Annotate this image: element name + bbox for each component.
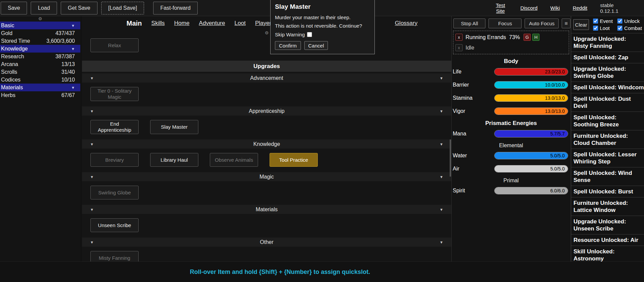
collapse-icon[interactable]: ▼ — [90, 240, 94, 244]
stat-value: 5.7/5.7 — [550, 131, 565, 136]
auto-focus-button[interactable]: Auto Focus — [525, 19, 559, 28]
tab-player[interactable]: Player — [255, 20, 271, 27]
tab-glossary[interactable]: Glossary — [395, 20, 417, 27]
log-entry: Spell Unlocked: Soothing Breeze — [571, 112, 644, 130]
misty-fanning-button[interactable]: Misty Fanning — [90, 251, 139, 261]
section-header-knowledge[interactable]: ▼ Knowledge ▼ — [82, 139, 451, 149]
filter-label: Unlock — [624, 18, 640, 24]
collapse-icon[interactable]: ▼ — [90, 208, 94, 212]
tab-adventure[interactable]: Adventure — [199, 20, 225, 27]
save-button[interactable]: Save — [1, 2, 27, 14]
resource-group-basic[interactable]: Basic ▼ — [0, 22, 80, 29]
filter-unlock[interactable]: Unlock — [617, 18, 642, 24]
relax-button[interactable]: Relax — [90, 38, 139, 52]
event-checkbox[interactable] — [593, 19, 598, 24]
vigor-bar: 13.0/13.0 — [494, 107, 568, 115]
end-apprenticeship-button[interactable]: End Apprenticeship — [90, 120, 139, 134]
skip-warning-checkbox[interactable] — [307, 32, 312, 37]
section-header-advancement[interactable]: ▼ Advancement ▼ — [82, 73, 451, 83]
resource-sidebar: ⚙ Basic ▼ Gold 437/437 Stored Time 3,600… — [0, 16, 80, 261]
badge-g[interactable]: G — [524, 34, 531, 41]
tier-0-solitary-magic-button[interactable]: Tier 0 - Solitary Magic — [90, 87, 139, 101]
discord-link[interactable]: Discord — [520, 5, 537, 11]
unseen-scribe-button[interactable]: Unseen Scribe — [90, 218, 139, 232]
gear-icon[interactable]: ⚙ — [82, 30, 451, 36]
log-entries: Upgrade Unlocked: Misty Fanning Spell Un… — [571, 33, 644, 261]
fast-forward-button[interactable]: Fast-forward — [153, 2, 198, 14]
clear-log-button[interactable]: Clear — [573, 19, 589, 30]
log-entry: Spell Unlocked: Zap — [571, 52, 644, 63]
menu-icon[interactable]: ≡ — [562, 19, 570, 28]
resource-value: 10/10 — [61, 77, 75, 83]
section-label: Knowledge — [82, 141, 451, 147]
stat-value: 5.0/5.0 — [550, 166, 565, 171]
observe-animals-button[interactable]: Observe Animals — [210, 153, 258, 167]
action-progress: 73% — [509, 34, 520, 40]
resource-group-materials[interactable]: Materials ▼ — [0, 84, 80, 91]
loot-checkbox[interactable] — [593, 26, 598, 31]
wiki-link[interactable]: Wiki — [550, 5, 560, 11]
resource-name: Herbs — [1, 92, 16, 98]
library-haul-button[interactable]: Library Haul — [150, 153, 198, 167]
section-header-apprenticeship[interactable]: ▼ Apprenticeship ▼ — [82, 106, 451, 116]
combat-checkbox[interactable] — [617, 26, 622, 31]
tab-skills[interactable]: Skills — [151, 20, 165, 27]
stat-value: 13.0/13.0 — [545, 95, 565, 101]
stop-all-button[interactable]: Stop All — [453, 19, 485, 28]
stat-label: Air — [453, 166, 459, 172]
filter-label: Combat — [624, 25, 642, 31]
tab-bar: Main Skills Home Adventure Loot Player G… — [82, 16, 451, 30]
collapse-icon[interactable]: ▼ — [90, 109, 94, 113]
section-header-other[interactable]: ▼ Other ▼ — [82, 238, 451, 247]
tab-home[interactable]: Home — [174, 20, 189, 27]
load-button[interactable]: Load — [31, 2, 57, 14]
swirling-globe-button[interactable]: Swirling Globe — [90, 186, 139, 199]
filter-event[interactable]: Event — [593, 18, 613, 24]
tab-main[interactable]: Main — [127, 20, 142, 27]
stat-label: Life — [453, 69, 461, 75]
action-queue: x Running Errands 73% G H x Idle — [453, 31, 569, 54]
cancel-action-button[interactable]: x — [455, 44, 463, 51]
collapse-icon[interactable]: ▼ — [440, 109, 443, 113]
load-save-button[interactable]: [Load Save] — [101, 2, 144, 14]
collapse-icon[interactable]: ▼ — [440, 142, 443, 146]
resource-group-knowledge[interactable]: Knowledge ▼ — [0, 45, 80, 53]
badge-h[interactable]: H — [532, 34, 539, 41]
stat-label: Stamina — [453, 95, 473, 101]
tab-loot[interactable]: Loot — [234, 20, 246, 27]
gear-icon[interactable]: ⚙ — [0, 16, 80, 22]
collapse-icon[interactable]: ▼ — [440, 76, 443, 80]
stat-label: Water — [453, 153, 467, 159]
hint-bar: Roll-over Item and hold {Shift} + {Numbe… — [0, 261, 644, 282]
collapse-icon[interactable]: ▼ — [90, 175, 94, 179]
breviary-button[interactable]: Breviary — [90, 153, 139, 167]
resource-name: Codices — [1, 77, 21, 83]
resource-name: Stored Time — [1, 38, 30, 44]
get-save-button[interactable]: Get Save — [61, 2, 97, 14]
filter-loot[interactable]: Loot — [593, 25, 613, 31]
resource-row-stored-time: Stored Time 3,600/3,600 — [0, 37, 80, 45]
scrollbar-thumb[interactable] — [450, 139, 451, 177]
section-header-materials[interactable]: ▼ Materials ▼ — [82, 205, 451, 214]
stat-value: 6.0/6.0 — [550, 188, 565, 193]
reddit-link[interactable]: Reddit — [573, 5, 587, 11]
test-site-link[interactable]: Test Site — [493, 2, 507, 14]
unlock-checkbox[interactable] — [617, 19, 622, 24]
section-header-magic[interactable]: ▼ Magic ▼ — [82, 172, 451, 181]
tool-practice-button[interactable]: Tool Practice — [270, 153, 318, 167]
cancel-button[interactable]: Cancel — [304, 41, 328, 50]
dialog-message: This action is not reversible. Continue? — [275, 22, 372, 30]
cancel-action-button[interactable]: x — [455, 34, 463, 41]
collapse-icon[interactable]: ▼ — [440, 240, 443, 244]
log-entry: Upgrade Unlocked: Unseen Scribe — [571, 216, 644, 234]
focus-button[interactable]: Focus — [488, 19, 522, 28]
log-entry: Upgrade Unlocked: Misty Fanning — [571, 33, 644, 52]
collapse-icon[interactable]: ▼ — [90, 142, 94, 146]
collapse-icon[interactable]: ▼ — [90, 76, 94, 80]
collapse-icon[interactable]: ▼ — [440, 175, 443, 179]
filter-combat[interactable]: Combat — [617, 25, 642, 31]
collapse-icon[interactable]: ▼ — [440, 208, 443, 212]
resource-name: Gold — [1, 30, 12, 36]
slay-master-button[interactable]: Slay Master — [150, 120, 198, 134]
confirm-button[interactable]: Confirm — [275, 41, 301, 50]
